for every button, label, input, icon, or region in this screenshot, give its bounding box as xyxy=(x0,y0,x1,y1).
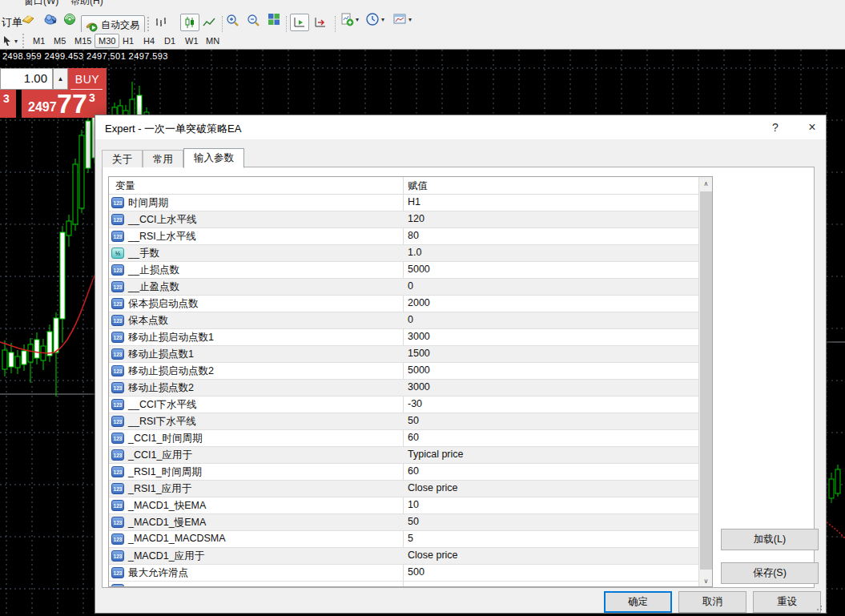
table-row[interactable]: 123最大允许滑点500 xyxy=(109,565,700,582)
parameter-value[interactable]: 50 xyxy=(408,516,419,527)
signals-icon[interactable] xyxy=(62,12,77,26)
parameter-value[interactable]: H1 xyxy=(408,196,420,207)
ok-button[interactable]: 确定 xyxy=(604,591,672,613)
parameter-value[interactable]: 60 xyxy=(408,465,419,477)
lot-spinner-button[interactable]: ▲ xyxy=(53,68,68,90)
buy-price-display[interactable]: 2497 77 3 xyxy=(22,90,107,118)
new-order-button[interactable]: 订单 xyxy=(2,13,22,32)
timeframe-w1[interactable]: W1 xyxy=(181,34,203,48)
parameter-value[interactable]: 5000 xyxy=(408,264,430,275)
table-row[interactable]: 123移动止损启动点数13000 xyxy=(109,329,700,346)
save-button[interactable]: 保存(S) xyxy=(721,562,819,584)
table-row[interactable]: 123__CCI下水平线-30 xyxy=(109,397,700,413)
table-row[interactable]: 123__CCI上水平线120 xyxy=(109,211,700,228)
table-row[interactable]: 123移动止损点数11500 xyxy=(109,346,700,363)
tile-windows-icon[interactable] xyxy=(267,12,281,26)
close-icon[interactable]: × xyxy=(799,115,826,139)
parameter-value[interactable]: 0 xyxy=(408,314,413,325)
reset-button[interactable]: 重设 xyxy=(753,591,821,613)
parameter-value[interactable]: 5 xyxy=(408,533,413,544)
deposit-icon[interactable] xyxy=(21,12,35,26)
integer-type-icon: 123 xyxy=(111,281,124,292)
scrollbar-up-icon[interactable]: ∧ xyxy=(699,177,713,191)
parameter-value[interactable]: 60 xyxy=(408,432,419,443)
parameter-name: 保本损启动点数 xyxy=(128,297,199,311)
help-button[interactable]: ? xyxy=(762,115,789,139)
table-row[interactable]: 123_MACD1_MACDSMA5 xyxy=(109,531,700,548)
table-row[interactable]: 123_MACD1_快EMA10 xyxy=(109,497,700,514)
parameter-value[interactable]: Typical price xyxy=(408,449,463,460)
table-row[interactable]: 123_RSI1_时间周期60 xyxy=(109,464,700,481)
table-row[interactable]: 123__止损点数5000 xyxy=(109,262,700,279)
parameter-name: _CCI1_时间周期 xyxy=(128,432,202,445)
load-button[interactable]: 加载(L) xyxy=(721,529,819,550)
timeframe-mn[interactable]: MN xyxy=(202,34,223,48)
integer-type-icon: 123 xyxy=(111,517,124,528)
table-row[interactable]: 123_MACD1_应用于Close price xyxy=(109,548,700,565)
table-row-partial[interactable]: 123 xyxy=(109,582,700,587)
tab-common[interactable]: 常用 xyxy=(143,150,183,167)
menu-window[interactable]: 窗口(W) xyxy=(24,0,58,6)
resize-grip[interactable] xyxy=(816,603,824,611)
parameter-name: _MACD1_慢EMA xyxy=(128,516,206,529)
timeframe-d1[interactable]: D1 xyxy=(160,34,179,48)
sell-price-fragment[interactable]: 3 xyxy=(0,90,16,118)
parameter-value[interactable]: 500 xyxy=(408,566,425,578)
periods-icon[interactable]: ▾ xyxy=(365,12,384,26)
buy-button[interactable]: BUY xyxy=(68,68,107,90)
table-row[interactable]: 123_MACD1_慢EMA50 xyxy=(109,514,700,531)
parameter-value[interactable]: 0 xyxy=(408,280,413,292)
table-row[interactable]: 123_CCI1_时间周期60 xyxy=(109,430,700,447)
table-row[interactable]: 123时间周期H1 xyxy=(109,195,700,211)
table-row[interactable]: 123__止盈点数0 xyxy=(109,279,700,296)
templates-icon[interactable]: ▾ xyxy=(392,12,412,26)
table-row[interactable]: 123移动止损启动点数25000 xyxy=(109,363,700,380)
zoom-in-icon[interactable] xyxy=(225,13,239,27)
menu-help[interactable]: 帮助(H) xyxy=(70,0,103,6)
parameter-value[interactable]: 50 xyxy=(408,415,419,426)
zoom-out-icon[interactable] xyxy=(246,13,260,27)
parameter-value[interactable]: 10 xyxy=(408,499,419,510)
publisher-icon[interactable] xyxy=(43,12,58,26)
timeframe-m30[interactable]: M30 xyxy=(95,34,119,48)
tab-inputs[interactable]: 输入参数 xyxy=(183,148,244,168)
timeframe-m1[interactable]: M1 xyxy=(29,34,49,48)
parameter-value[interactable]: 80 xyxy=(408,230,419,241)
tab-about[interactable]: 关于 xyxy=(102,150,143,167)
indicators-icon[interactable]: ▾ xyxy=(340,12,359,26)
parameter-value[interactable]: Close price xyxy=(408,550,458,561)
table-row[interactable]: 123__RSI下水平线50 xyxy=(109,413,700,430)
timeframe-h4[interactable]: H4 xyxy=(139,34,159,48)
chart-shift-icon[interactable] xyxy=(311,14,330,31)
auto-scroll-icon[interactable] xyxy=(290,14,309,31)
lot-size-input[interactable]: 1.00 xyxy=(0,68,53,90)
table-row[interactable]: 123_RSI1_应用于Close price xyxy=(109,481,700,497)
table-row[interactable]: 123保本点数0 xyxy=(109,312,700,329)
timeframe-m5[interactable]: M5 xyxy=(50,34,70,48)
timeframe-h1[interactable]: H1 xyxy=(119,34,138,48)
parameter-value[interactable]: 2000 xyxy=(408,297,430,308)
scrollbar-thumb[interactable] xyxy=(700,191,712,570)
parameter-value[interactable]: 1.0 xyxy=(408,247,421,258)
candle-chart-icon[interactable] xyxy=(180,14,199,31)
scrollbar-down-icon[interactable]: ∨ xyxy=(699,574,713,587)
table-scrollbar[interactable]: ∧ ∨ xyxy=(698,177,712,587)
table-row[interactable]: 123_CCI1_应用于Typical price xyxy=(109,447,700,464)
table-row[interactable]: ½__手数1.0 xyxy=(109,245,700,262)
cancel-button[interactable]: 取消 xyxy=(678,591,746,613)
cursor-icon[interactable]: ▾ xyxy=(2,34,18,48)
parameter-value[interactable]: 5000 xyxy=(408,364,430,376)
timeframe-m15[interactable]: M15 xyxy=(70,34,95,48)
line-chart-icon[interactable] xyxy=(200,14,218,31)
parameter-value[interactable]: 3000 xyxy=(408,331,430,342)
parameter-value[interactable]: Close price xyxy=(408,482,458,493)
bar-chart-icon[interactable] xyxy=(152,14,170,31)
table-row[interactable]: 123移动止损点数23000 xyxy=(109,380,700,397)
table-row[interactable]: 123__RSI上水平线80 xyxy=(109,228,700,245)
dialog-titlebar[interactable]: Expert - 一次一单突破策略EA ? × xyxy=(95,115,826,139)
parameter-value[interactable]: -30 xyxy=(408,398,422,409)
parameter-value[interactable]: 120 xyxy=(408,213,425,224)
parameter-value[interactable]: 3000 xyxy=(408,381,430,393)
parameter-value[interactable]: 1500 xyxy=(408,348,430,359)
table-row[interactable]: 123保本损启动点数2000 xyxy=(109,296,700,312)
